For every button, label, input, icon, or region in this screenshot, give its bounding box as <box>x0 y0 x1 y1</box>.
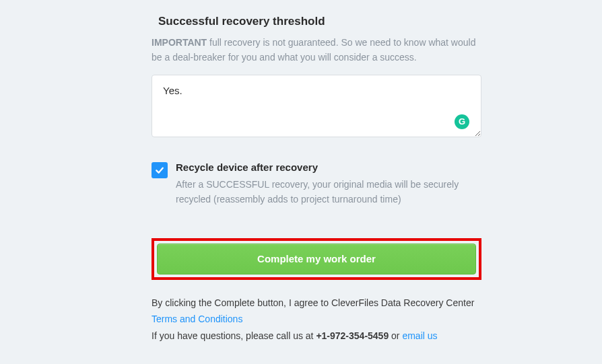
footer-agree-prefix: By clicking the Complete button, I agree… <box>152 297 474 308</box>
email-link[interactable]: email us <box>402 330 437 341</box>
footer-phone: +1-972-354-5459 <box>316 330 389 341</box>
complete-button-highlight: Complete my work order <box>152 238 481 280</box>
threshold-textarea[interactable] <box>152 75 481 137</box>
recycle-description: After a SUCCESSFUL recovery, your origin… <box>176 177 481 207</box>
recovery-form-section: Successful recovery threshold IMPORTANT … <box>152 0 481 344</box>
threshold-description: IMPORTANT full recovery is not guarantee… <box>152 35 481 65</box>
recycle-checkbox-row: Recycle device after recovery After a SU… <box>152 161 481 207</box>
complete-button[interactable]: Complete my work order <box>157 244 476 275</box>
recycle-label: Recycle device after recovery <box>176 161 481 173</box>
footer-questions-prefix: If you have questions, please call us at <box>152 330 316 341</box>
recycle-text-block: Recycle device after recovery After a SU… <box>176 161 481 207</box>
threshold-heading: Successful recovery threshold <box>152 15 481 28</box>
terms-link[interactable]: Terms and Conditions <box>152 314 242 324</box>
footer-or: or <box>389 330 402 341</box>
threshold-important-label: IMPORTANT <box>152 37 207 48</box>
check-icon <box>154 165 165 176</box>
threshold-textarea-wrap: G <box>152 75 481 140</box>
footer-text: By clicking the Complete button, I agree… <box>152 295 481 344</box>
recycle-checkbox[interactable] <box>152 162 168 178</box>
